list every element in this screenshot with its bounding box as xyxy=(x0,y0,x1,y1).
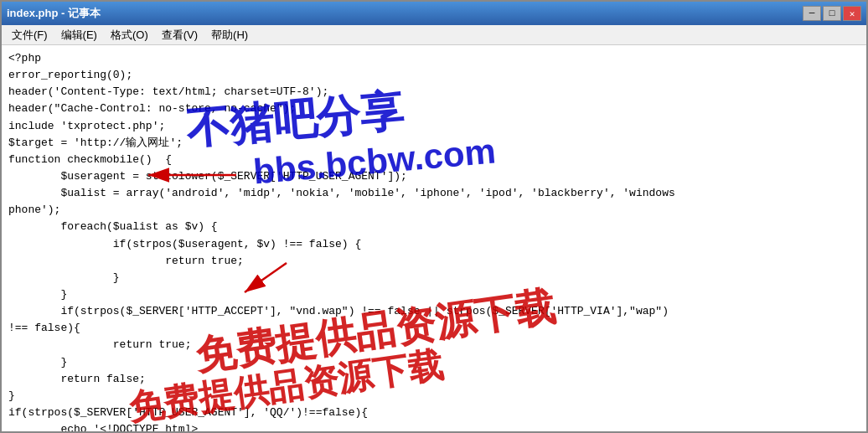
close-button[interactable]: ✕ xyxy=(843,6,861,21)
minimize-button[interactable]: ─ xyxy=(803,6,821,21)
menu-file[interactable]: 文件(F) xyxy=(5,26,54,44)
title-bar: index.php - 记事本 ─ □ ✕ xyxy=(2,2,866,25)
restore-button[interactable]: □ xyxy=(823,6,841,21)
notepad-window: index.php - 记事本 ─ □ ✕ 文件(F) 编辑(E) 格式(O) … xyxy=(0,0,868,433)
menu-bar: 文件(F) 编辑(E) 格式(O) 查看(V) 帮助(H) xyxy=(2,25,866,45)
window-title: index.php - 记事本 xyxy=(7,6,101,21)
menu-edit[interactable]: 编辑(E) xyxy=(54,26,104,44)
menu-format[interactable]: 格式(O) xyxy=(104,26,155,44)
editor-content[interactable]: <?php error_reporting(0); header('Conten… xyxy=(2,45,866,431)
window-controls: ─ □ ✕ xyxy=(803,6,861,21)
menu-help[interactable]: 帮助(H) xyxy=(204,26,255,44)
code-display: <?php error_reporting(0); header('Conten… xyxy=(8,50,860,431)
menu-view[interactable]: 查看(V) xyxy=(155,26,204,44)
